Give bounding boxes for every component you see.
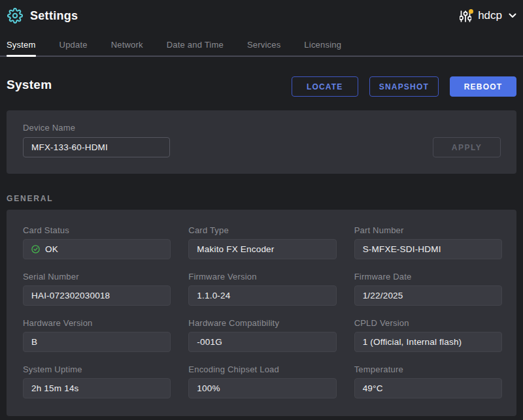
field-label: Temperature (354, 365, 502, 374)
sliders-icon (460, 10, 471, 22)
field: Firmware Version 1.1.0-24 (188, 272, 336, 306)
device-name-input[interactable] (23, 137, 170, 157)
field: System Uptime 2h 15m 14s (23, 365, 171, 398)
field-value: HAI-072302030018 (31, 291, 110, 300)
field-value: S-MFXE-SDI-HDMI (363, 244, 441, 254)
app-title: Settings (30, 9, 78, 23)
field: Card Status OK (23, 226, 171, 259)
field-value: B (31, 337, 37, 347)
device-name-card: Device Name APPLY (7, 110, 516, 174)
field-value: 100% (197, 383, 220, 393)
field-value: 1/22/2025 (363, 291, 403, 300)
field: Firmware Date 1/22/2025 (354, 272, 502, 306)
main-content: System LOCATE SNAPSHOT REBOOT Device Nam… (0, 76, 523, 416)
field-value: 1 (Official, Internal flash) (363, 337, 462, 347)
field-label: Part Number (354, 226, 502, 234)
snapshot-button[interactable]: SNAPSHOT (369, 76, 439, 97)
tab-network[interactable]: Network (111, 31, 143, 56)
settings-gear-icon (7, 8, 23, 24)
field-label: Encoding Chipset Load (188, 365, 336, 374)
field: Serial Number HAI-072302030018 (23, 272, 171, 306)
general-section-title: GENERAL (7, 194, 516, 203)
field-value: 49°C (363, 383, 383, 393)
notification-badge (469, 9, 473, 14)
field-value-box: 100% (188, 378, 336, 398)
field-label: Hardware Compatibility (188, 319, 336, 327)
field: CPLD Version 1 (Official, Internal flash… (354, 319, 502, 352)
field-value-box: S-MFXE-SDI-HDMI (354, 239, 502, 259)
device-name-row: APPLY (23, 137, 501, 157)
field-label: Card Status (23, 226, 171, 234)
field-value-box: 2h 15m 14s (23, 378, 171, 398)
tab-system[interactable]: System (7, 31, 36, 56)
device-name-label: Device Name (23, 123, 501, 132)
page-title: System (7, 78, 52, 92)
field-value-box: 1.1.0-24 (188, 285, 336, 306)
reboot-button[interactable]: REBOOT (450, 76, 516, 97)
page-actions: LOCATE SNAPSHOT REBOOT (292, 76, 516, 97)
field-value-box: 1/22/2025 (354, 285, 502, 306)
tab-update[interactable]: Update (59, 31, 88, 56)
apply-button[interactable]: APPLY (433, 137, 501, 157)
field-label: Hardware Version (23, 319, 171, 327)
field-value-box: OK (23, 239, 171, 259)
page-head: System LOCATE SNAPSHOT REBOOT (7, 76, 516, 97)
field-label: Firmware Version (188, 272, 336, 281)
field-value: Makito FX Encoder (197, 244, 274, 254)
field: Hardware Compatibility -001G (188, 319, 336, 352)
field: Card Type Makito FX Encoder (188, 226, 336, 259)
field-value: 1.1.0-24 (197, 291, 230, 300)
tab-services[interactable]: Services (247, 31, 280, 56)
field-value-box: HAI-072302030018 (23, 285, 171, 306)
field: Temperature 49°C (354, 365, 502, 398)
field-value-box: 1 (Official, Internal flash) (354, 332, 502, 352)
field-label: CPLD Version (354, 319, 502, 327)
tab-date-and-time[interactable]: Date and Time (167, 31, 224, 56)
field-value-box: B (23, 332, 171, 352)
general-panel: Card Status OK Card Type (7, 210, 516, 416)
user-menu[interactable]: hdcp (460, 9, 516, 22)
field: Part Number S-MFXE-SDI-HDMI (354, 226, 502, 259)
field-label: Serial Number (23, 272, 171, 281)
field-value-box: Makito FX Encoder (188, 239, 336, 259)
field: Hardware Version B (23, 319, 171, 352)
tab-bar: System Update Network Date and Time Serv… (0, 31, 523, 57)
user-name: hdcp (478, 9, 502, 22)
field: Encoding Chipset Load 100% (188, 365, 336, 398)
app-header: Settings hdcp (0, 0, 523, 31)
field-value: OK (45, 244, 58, 254)
field-value: 2h 15m 14s (31, 383, 79, 393)
field-label: System Uptime (23, 365, 171, 374)
chevron-down-icon (509, 13, 516, 18)
field-value-box: 49°C (354, 378, 502, 398)
check-circle-icon (31, 245, 40, 253)
locate-button[interactable]: LOCATE (292, 76, 358, 97)
field-label: Card Type (188, 226, 336, 234)
field-value: -001G (197, 337, 222, 347)
field-label: Firmware Date (354, 272, 502, 281)
tab-licensing[interactable]: Licensing (304, 31, 341, 56)
field-value-box: -001G (188, 332, 336, 352)
